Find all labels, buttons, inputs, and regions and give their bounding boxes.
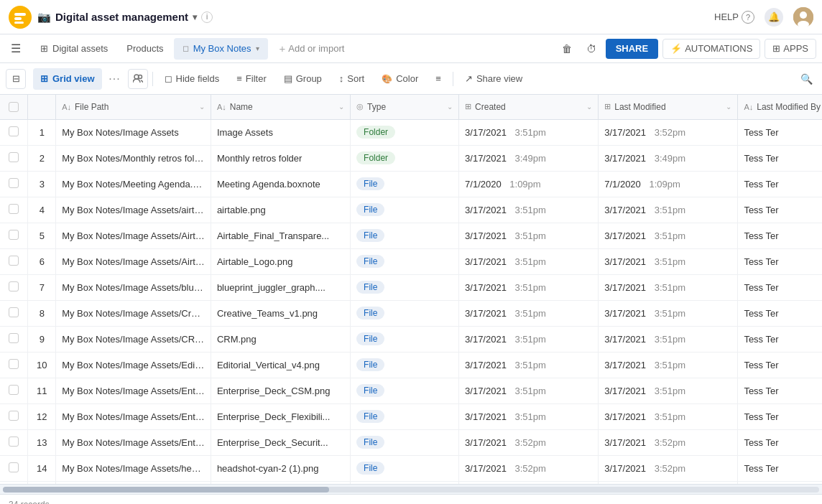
table-row[interactable]: 15 My Box Notes/Image Assets/head... hea… xyxy=(0,481,822,484)
row-checkbox-cell[interactable] xyxy=(0,403,28,429)
table-row[interactable]: 11 My Box Notes/Image Assets/Ente... Ent… xyxy=(0,378,822,403)
row-checkbox-cell[interactable] xyxy=(0,119,28,145)
row-filepath[interactable]: My Box Notes/Image Assets/head... xyxy=(56,481,211,484)
grid-view-button[interactable]: ⊞ Grid view xyxy=(33,68,102,90)
row-checkbox[interactable] xyxy=(9,256,19,266)
user-avatar[interactable] xyxy=(793,7,813,27)
view-more-options-button[interactable]: ··· xyxy=(105,69,125,89)
row-name[interactable]: Enterprise_Deck_CSM.png xyxy=(211,378,350,403)
row-filepath[interactable]: My Box Notes/Image Assets/Edito... xyxy=(56,352,211,378)
table-row[interactable]: 14 My Box Notes/Image Assets/head... hea… xyxy=(0,455,822,481)
title-dropdown-icon[interactable]: ▾ xyxy=(193,12,197,22)
table-row[interactable]: 12 My Box Notes/Image Assets/Ente... Ent… xyxy=(0,403,822,429)
row-checkbox[interactable] xyxy=(9,437,19,447)
row-checkbox[interactable] xyxy=(9,178,19,188)
row-filepath[interactable]: My Box Notes/Image Assets/CRM... xyxy=(56,326,211,352)
row-filepath[interactable]: My Box Notes/Image Assets/Crea... xyxy=(56,300,211,326)
collaborators-button[interactable] xyxy=(128,69,148,89)
row-filepath[interactable]: My Box Notes/Image Assets/head... xyxy=(56,455,211,481)
tab-products[interactable]: Products xyxy=(118,38,172,60)
horizontal-scrollbar[interactable] xyxy=(0,484,822,494)
help-link[interactable]: HELP ? xyxy=(714,11,754,24)
row-type[interactable]: File xyxy=(351,403,459,429)
table-row[interactable]: 7 My Box Notes/Image Assets/blue... blue… xyxy=(0,274,822,300)
row-checkbox[interactable] xyxy=(9,411,19,421)
row-filepath[interactable]: My Box Notes/Image Assets/Ente... xyxy=(56,403,211,429)
col-header-type[interactable]: ◎ Type ⌄ xyxy=(351,95,459,119)
table-row[interactable]: 4 My Box Notes/Image Assets/airta... air… xyxy=(0,197,822,223)
table-row[interactable]: 5 My Box Notes/Image Assets/Airta... Air… xyxy=(0,223,822,248)
row-type[interactable]: File xyxy=(351,197,459,223)
row-checkbox[interactable] xyxy=(9,462,19,472)
row-filepath[interactable]: My Box Notes/Monthly retros fold... xyxy=(56,145,211,171)
row-filepath[interactable]: My Box Notes/Image Assets/Airta... xyxy=(56,248,211,274)
row-height-button[interactable]: ≡ xyxy=(428,68,448,90)
apps-button[interactable]: ⊞ APPS xyxy=(765,39,816,59)
row-checkbox-cell[interactable] xyxy=(0,171,28,197)
row-name[interactable]: CRM.png xyxy=(211,326,350,352)
row-type[interactable]: File xyxy=(351,352,459,378)
row-name[interactable]: headshot-cyan-2 (1).png xyxy=(211,455,350,481)
row-checkbox-cell[interactable] xyxy=(0,378,28,403)
row-filepath[interactable]: My Box Notes/Image Assets/blue... xyxy=(56,274,211,300)
table-row[interactable]: 3 My Box Notes/Meeting Agenda.b... Meeti… xyxy=(0,171,822,197)
row-name[interactable]: Airtable_Logo.png xyxy=(211,248,350,274)
col-header-lastmod[interactable]: ⊞ Last Modified ⌄ xyxy=(599,95,738,119)
trash-button[interactable]: 🗑 xyxy=(557,39,577,59)
history-button[interactable]: ⏱ xyxy=(581,39,601,59)
expand-button[interactable]: ⊟ xyxy=(6,69,26,89)
row-filepath[interactable]: My Box Notes/Image Assets/airta... xyxy=(56,197,211,223)
col-header-filepath[interactable]: A↓ File Path ⌄ xyxy=(56,95,211,119)
share-view-button[interactable]: ↗ Share view xyxy=(458,68,530,90)
row-type[interactable]: File xyxy=(351,300,459,326)
sort-button[interactable]: ↕ Sort xyxy=(332,68,371,90)
row-checkbox-cell[interactable] xyxy=(0,248,28,274)
row-name[interactable]: blueprint_juggler_graph.... xyxy=(211,274,350,300)
table-row[interactable]: 9 My Box Notes/Image Assets/CRM... CRM.p… xyxy=(0,326,822,352)
row-checkbox-cell[interactable] xyxy=(0,300,28,326)
row-checkbox[interactable] xyxy=(9,152,19,162)
row-name[interactable]: Airtable_Final_Transpare... xyxy=(211,223,350,248)
header-checkbox[interactable] xyxy=(9,102,19,112)
hide-fields-button[interactable]: ◻ Hide fields xyxy=(157,68,227,90)
tab-digital-assets[interactable]: ⊞ Digital assets xyxy=(32,38,116,60)
row-checkbox-cell[interactable] xyxy=(0,481,28,484)
search-button[interactable]: 🔍 xyxy=(796,69,816,89)
row-name[interactable]: Meeting Agenda.boxnote xyxy=(211,171,350,197)
row-name[interactable]: headshot-cyan-2.png xyxy=(211,481,350,484)
row-type[interactable]: File xyxy=(351,455,459,481)
row-type[interactable]: File xyxy=(351,326,459,352)
row-filepath[interactable]: My Box Notes/Image Assets/Ente... xyxy=(56,378,211,403)
group-button[interactable]: ▤ Group xyxy=(277,68,329,90)
row-checkbox[interactable] xyxy=(9,230,19,240)
col-header-lastmodby[interactable]: A↓ Last Modified By ⌄ xyxy=(738,95,822,119)
row-checkbox-cell[interactable] xyxy=(0,274,28,300)
row-type[interactable]: Folder xyxy=(351,119,459,145)
automations-button[interactable]: ⚡ AUTOMATIONS xyxy=(662,39,760,59)
row-type[interactable]: File xyxy=(351,378,459,403)
row-filepath[interactable]: My Box Notes/Image Assets/Airta... xyxy=(56,223,211,248)
scrollbar-thumb[interactable] xyxy=(3,487,329,493)
row-type[interactable]: File xyxy=(351,429,459,455)
row-checkbox-cell[interactable] xyxy=(0,223,28,248)
row-type[interactable]: Folder xyxy=(351,145,459,171)
color-button[interactable]: 🎨 Color xyxy=(374,68,425,90)
filter-button[interactable]: ≡ Filter xyxy=(229,68,273,90)
row-filepath[interactable]: My Box Notes/Image Assets/Ente... xyxy=(56,429,211,455)
share-button[interactable]: SHARE xyxy=(606,39,659,59)
row-checkbox[interactable] xyxy=(9,359,19,369)
row-checkbox[interactable] xyxy=(9,126,19,136)
row-name[interactable]: Monthly retros folder xyxy=(211,145,350,171)
title-info-icon[interactable]: i xyxy=(201,11,213,23)
row-checkbox[interactable] xyxy=(9,307,19,317)
tab-my-box-notes[interactable]: ◻ My Box Notes ▾ xyxy=(174,38,268,60)
row-type[interactable]: File xyxy=(351,223,459,248)
row-name[interactable]: Enterprise_Deck_Securit... xyxy=(211,429,350,455)
table-row[interactable]: 1 My Box Notes/Image Assets Image Assets… xyxy=(0,119,822,145)
row-filepath[interactable]: My Box Notes/Meeting Agenda.b... xyxy=(56,171,211,197)
table-row[interactable]: 2 My Box Notes/Monthly retros fold... Mo… xyxy=(0,145,822,171)
row-checkbox-cell[interactable] xyxy=(0,455,28,481)
row-checkbox[interactable] xyxy=(9,281,19,291)
hamburger-menu-button[interactable]: ☰ xyxy=(6,39,26,59)
table-row[interactable]: 10 My Box Notes/Image Assets/Edito... Ed… xyxy=(0,352,822,378)
